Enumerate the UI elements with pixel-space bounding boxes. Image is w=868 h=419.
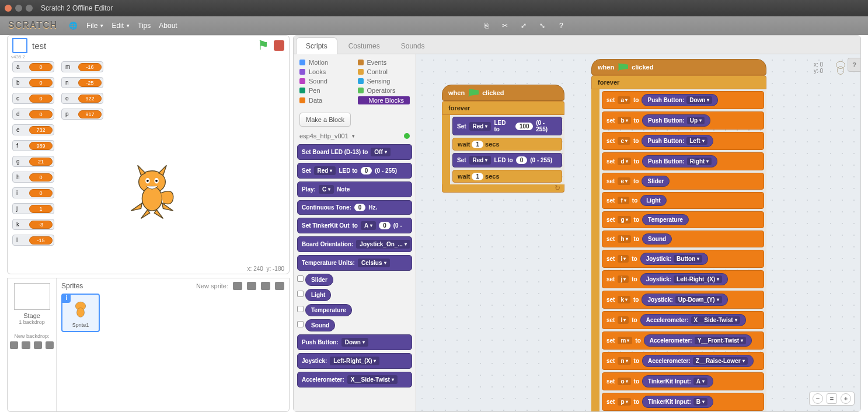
checkbox[interactable] <box>297 291 304 297</box>
checkbox[interactable] <box>297 321 304 327</box>
stop-icon[interactable] <box>274 40 284 51</box>
variable-monitor[interactable]: n-25 <box>61 77 103 88</box>
variable-monitor[interactable]: a0 <box>12 61 54 72</box>
category-control[interactable]: Control <box>358 68 410 75</box>
tab-sounds[interactable]: Sounds <box>391 37 435 54</box>
set-variable-block[interactable]: setitoJoystick: Button <box>602 250 764 268</box>
sprite-tile[interactable]: i Sprite1 <box>61 294 100 332</box>
palette-block[interactable]: Play:CNote <box>297 181 412 197</box>
paint-icon[interactable] <box>22 341 30 349</box>
scratch-logo[interactable]: SCRATCH <box>6 19 60 32</box>
variable-monitor[interactable]: h0 <box>12 172 54 183</box>
category-motion[interactable]: Motion <box>299 59 352 66</box>
variable-monitor[interactable]: i0 <box>12 187 54 198</box>
checkbox[interactable] <box>297 306 304 312</box>
palette-reporter[interactable]: Temperature <box>297 304 412 316</box>
zoom-in-icon[interactable]: + <box>841 393 851 404</box>
category-operators[interactable]: Operators <box>358 87 410 94</box>
help-icon[interactable]: ? <box>556 20 566 31</box>
green-flag-icon[interactable]: ⚑ <box>257 38 269 53</box>
project-title[interactable]: test <box>32 41 46 51</box>
set-variable-block[interactable]: setntoAccelerometer: Z__Raise-Lower <box>602 352 764 370</box>
sprite-info-icon[interactable]: i <box>62 295 71 303</box>
set-variable-block[interactable]: setktoJoystick: Up-Down_(Y) <box>602 291 764 309</box>
variable-monitor[interactable]: e732 <box>12 124 54 135</box>
variable-monitor[interactable]: m-16 <box>61 61 103 72</box>
set-variable-block[interactable]: setbtoPush Button: Up <box>602 111 764 130</box>
wait-block[interactable]: wait 1 secs <box>452 138 562 151</box>
variable-monitor[interactable]: f989 <box>12 140 54 151</box>
hat-when-flag-clicked[interactable]: whenclicked <box>591 59 766 75</box>
menu-about[interactable]: About <box>159 22 177 30</box>
make-block-button[interactable]: Make a Block <box>299 113 351 127</box>
fullscreen-icon[interactable] <box>12 38 27 53</box>
forever-block[interactable]: forever <box>591 75 766 89</box>
duplicate-icon[interactable]: ⎘ <box>481 20 491 31</box>
checkbox[interactable] <box>297 275 304 282</box>
set-variable-block[interactable]: sethtoSound <box>602 231 764 247</box>
stage-thumbnail[interactable]: Stage 1 backdrop New backdrop: <box>8 278 57 411</box>
variable-monitor[interactable]: l-15 <box>12 235 54 246</box>
palette-reporter[interactable]: Sound <box>297 319 412 331</box>
script-stack-b[interactable]: whenclicked forever setatoPush Button: D… <box>591 59 766 411</box>
upload-icon[interactable] <box>34 341 42 349</box>
scripts-canvas[interactable]: ? x: 0 y: 0 whenclicked forever <box>416 54 860 411</box>
wait-block[interactable]: wait 1 secs <box>452 170 562 183</box>
variable-monitor[interactable]: p917 <box>61 109 103 120</box>
grow-icon[interactable]: ⤢ <box>518 20 529 31</box>
sprite-preview[interactable] <box>124 158 180 222</box>
sprite-library-icon[interactable] <box>233 282 242 290</box>
palette-block[interactable]: Board Orientation:Joystick_On_... <box>297 236 412 252</box>
maximize-icon[interactable] <box>26 5 33 12</box>
menu-file[interactable]: File <box>86 22 103 30</box>
variable-monitor[interactable]: d0 <box>12 109 54 120</box>
tab-scripts[interactable]: Scripts <box>296 37 337 54</box>
sprite-camera-icon[interactable] <box>275 282 284 290</box>
globe-icon[interactable]: 🌐 <box>68 20 78 31</box>
palette-block[interactable]: Set Board LED (D-13) toOff <box>297 144 412 160</box>
zoom-reset-icon[interactable]: = <box>827 393 837 404</box>
sprite-upload-icon[interactable] <box>261 282 270 290</box>
palette-block[interactable]: Push Button:Down <box>297 334 412 350</box>
library-icon[interactable] <box>10 341 18 349</box>
camera-icon[interactable] <box>46 341 54 349</box>
category-pen[interactable]: Pen <box>299 87 352 94</box>
variable-monitor[interactable]: k-3 <box>12 219 54 230</box>
set-led-block[interactable]: SetRed LED to0 (0 - 255) <box>452 153 562 167</box>
set-variable-block[interactable]: setdtoPush Button: Right <box>602 152 764 170</box>
palette-block[interactable]: SetRedLED to0(0 - 255) <box>297 163 412 179</box>
tab-costumes[interactable]: Costumes <box>339 37 390 54</box>
palette-block[interactable]: Temperature Units:Celsius <box>297 255 412 271</box>
palette-block[interactable]: Joystick:Left-Right_(X) <box>297 353 412 369</box>
script-stack-a[interactable]: whenclicked forever SetRed LED to100 (0 … <box>442 85 564 193</box>
sprite-paint-icon[interactable] <box>247 282 256 290</box>
menu-tips[interactable]: Tips <box>138 22 151 30</box>
set-variable-block[interactable]: setatoPush Button: Down <box>602 91 764 109</box>
variable-monitor[interactable]: b0 <box>12 77 54 88</box>
category-looks[interactable]: Looks <box>299 68 352 75</box>
palette-reporter[interactable]: Light <box>297 289 412 301</box>
close-icon[interactable] <box>5 5 12 12</box>
set-variable-block[interactable]: setftoLight <box>602 192 764 209</box>
extension-row[interactable]: esp4s_http_v001▾ <box>294 130 416 142</box>
set-variable-block[interactable]: setltoAccelerometer: X__Side-Twist <box>602 311 764 329</box>
palette-block[interactable]: Accelerometer:X__Side-Twist <box>297 372 412 387</box>
set-variable-block[interactable]: setgtoTemperature <box>602 211 764 228</box>
set-led-block[interactable]: SetRed LED to100 (0 - 255) <box>452 117 562 135</box>
hat-when-flag-clicked[interactable]: whenclicked <box>442 85 564 101</box>
set-variable-block[interactable]: setmtoAccelerometer: Y__Front-Twist <box>602 331 764 350</box>
set-variable-block[interactable]: setotoTinkerKit Input: A <box>602 372 764 390</box>
palette-block[interactable]: Set TinkerKit OuttoA0(0 - <box>297 218 412 233</box>
variable-monitor[interactable]: j1 <box>12 203 54 214</box>
delete-icon[interactable]: ✂ <box>500 20 510 31</box>
palette-reporter[interactable]: Slider <box>297 274 412 286</box>
category-data[interactable]: Data <box>299 96 352 104</box>
set-variable-block[interactable]: setptoTinkerKit Input: B <box>602 393 764 411</box>
variable-monitor[interactable]: o922 <box>61 93 103 104</box>
variable-monitor[interactable]: g21 <box>12 156 54 167</box>
shrink-icon[interactable]: ⤡ <box>537 20 548 31</box>
category-more blocks[interactable]: More Blocks <box>358 96 410 104</box>
menu-edit[interactable]: Edit <box>111 22 130 30</box>
minimize-icon[interactable] <box>15 5 22 12</box>
category-sound[interactable]: Sound <box>299 78 352 85</box>
